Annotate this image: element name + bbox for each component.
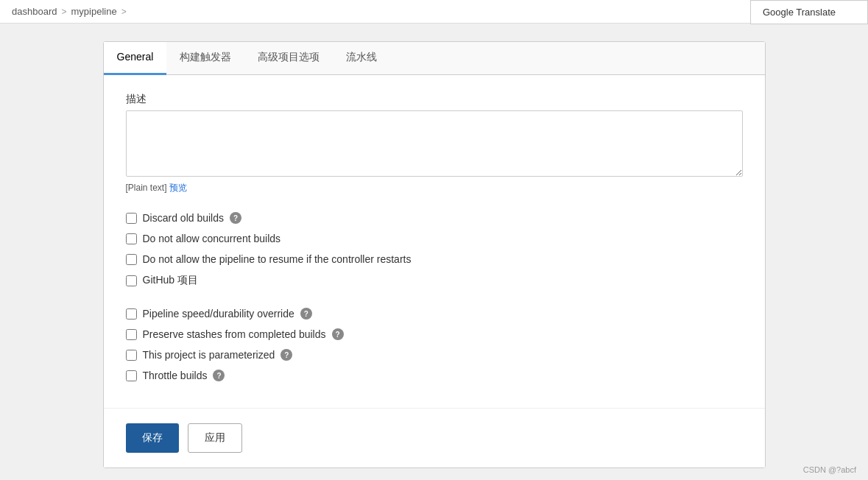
checkbox-item-parameterized: This project is parameterized ? — [126, 345, 743, 365]
checkbox-label-throttle-builds[interactable]: Throttle builds — [143, 370, 208, 381]
help-icon-discard-old-builds[interactable]: ? — [230, 212, 241, 224]
checkbox-pipeline-speed[interactable] — [126, 308, 137, 320]
checkbox-label-no-concurrent-builds[interactable]: Do not allow concurrent builds — [143, 233, 281, 244]
breadcrumb-dashboard[interactable]: dashboard — [12, 6, 57, 17]
checkbox-group-2: Pipeline speed/durability override ? Pre… — [126, 303, 743, 386]
tab-pipeline[interactable]: 流水线 — [333, 42, 390, 75]
google-translate-label: Google Translate — [763, 7, 836, 18]
checkbox-no-concurrent-builds[interactable] — [126, 233, 137, 244]
plain-text-hint: [Plain text] 预览 — [126, 182, 743, 194]
help-icon-parameterized[interactable]: ? — [280, 349, 292, 361]
form-actions: 保存 应用 — [104, 408, 765, 467]
breadcrumb: dashboard > mypipeline > — [0, 0, 868, 24]
checkbox-throttle-builds[interactable] — [126, 370, 137, 381]
tabs-bar: General 构建触发器 高级项目选项 流水线 — [104, 42, 765, 75]
google-translate-widget[interactable]: Google Translate — [750, 0, 868, 24]
settings-card: General 构建触发器 高级项目选项 流水线 描述 [Plain text]… — [103, 41, 766, 468]
help-icon-throttle-builds[interactable]: ? — [213, 370, 225, 381]
checkbox-label-discard-old-builds[interactable]: Discard old builds — [143, 212, 225, 224]
checkbox-discard-old-builds[interactable] — [126, 213, 137, 224]
form-body: 描述 [Plain text] 预览 Discard old builds ? … — [104, 75, 765, 408]
checkbox-item-preserve-stashes: Preserve stashes from completed builds ? — [126, 324, 743, 345]
checkbox-label-parameterized[interactable]: This project is parameterized — [143, 349, 275, 361]
checkbox-group-1: Discard old builds ? Do not allow concur… — [126, 208, 743, 292]
save-button[interactable]: 保存 — [126, 423, 179, 453]
description-label: 描述 — [126, 93, 743, 106]
checkbox-label-preserve-stashes[interactable]: Preserve stashes from completed builds — [143, 328, 326, 340]
tab-advanced[interactable]: 高级项目选项 — [244, 42, 333, 75]
checkbox-label-github-project[interactable]: GitHub 项目 — [143, 274, 198, 287]
watermark: CSDN @?abcf — [803, 465, 856, 474]
checkbox-item-no-concurrent: Do not allow concurrent builds — [126, 228, 743, 249]
checkbox-parameterized[interactable] — [126, 350, 137, 361]
checkbox-preserve-stashes[interactable] — [126, 329, 137, 340]
description-textarea[interactable] — [126, 110, 743, 177]
checkbox-item-pipeline-speed: Pipeline speed/durability override ? — [126, 303, 743, 324]
tab-triggers[interactable]: 构建触发器 — [166, 42, 244, 75]
checkbox-label-no-resume-pipeline[interactable]: Do not allow the pipeline to resume if t… — [143, 253, 412, 265]
breadcrumb-mypipeline[interactable]: mypipeline — [71, 6, 116, 17]
checkbox-item-github-project: GitHub 项目 — [126, 269, 743, 292]
breadcrumb-sep-1: > — [61, 7, 66, 17]
checkbox-item-no-resume: Do not allow the pipeline to resume if t… — [126, 249, 743, 269]
checkbox-item-discard-old-builds: Discard old builds ? — [126, 208, 743, 228]
help-icon-preserve-stashes[interactable]: ? — [332, 328, 344, 340]
plain-text-label: [Plain text] — [126, 183, 167, 193]
checkbox-github-project[interactable] — [126, 275, 137, 286]
apply-button[interactable]: 应用 — [188, 423, 242, 453]
preview-link[interactable]: 预览 — [169, 183, 187, 193]
tab-general[interactable]: General — [104, 42, 167, 75]
checkbox-no-resume-pipeline[interactable] — [126, 254, 137, 265]
checkbox-label-pipeline-speed[interactable]: Pipeline speed/durability override — [143, 308, 294, 320]
breadcrumb-sep-2: > — [121, 7, 127, 17]
checkbox-item-throttle-builds: Throttle builds ? — [126, 365, 743, 386]
help-icon-pipeline-speed[interactable]: ? — [300, 308, 312, 320]
